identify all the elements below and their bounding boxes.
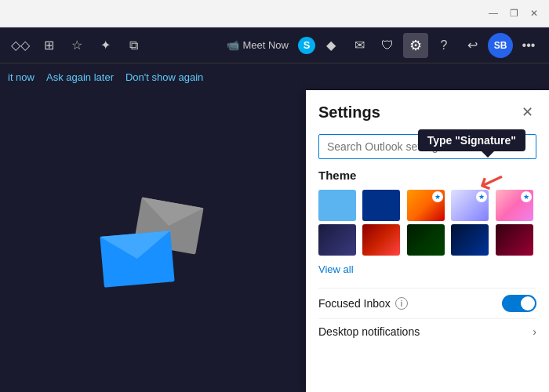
theme-grid: ★ ★ ★ xyxy=(318,190,536,256)
chevron-right-icon: › xyxy=(533,325,536,338)
settings-content[interactable]: Theme ★ ★ ★ View all xyxy=(306,169,549,392)
meet-now-button[interactable]: 📹 Meet Now xyxy=(220,36,295,54)
theme-swatch-blue[interactable] xyxy=(318,190,356,221)
settings-title: Settings xyxy=(318,103,380,122)
focused-inbox-info-icon[interactable]: i xyxy=(395,297,408,310)
email-area xyxy=(0,90,306,392)
tooltip-bubble: Type "Signature" xyxy=(418,129,525,151)
toolbar-icon-rings[interactable]: ◇◇ xyxy=(8,33,33,58)
user-avatar-button[interactable]: SB xyxy=(488,33,513,58)
notification-link-2[interactable]: Ask again later xyxy=(46,71,114,83)
notification-link-1[interactable]: it now xyxy=(8,71,35,83)
envelope-blue-icon xyxy=(100,230,174,288)
settings-panel: Type "Signature" ↙ Settings ✕ Theme ★ xyxy=(306,90,549,392)
outlook-toolbar: ◇◇ ⊞ ☆ ✦ ⧉ 📹 Meet Now S ◆ ✉ 🛡 ⚙ ? ↩ SB •… xyxy=(0,27,549,63)
star-badge-1: ★ xyxy=(432,191,443,202)
minimize-button[interactable]: — xyxy=(486,6,500,20)
mail-icons-decoration xyxy=(90,194,216,289)
maximize-button[interactable]: ❐ xyxy=(507,6,521,20)
toolbar-icon-copy[interactable]: ⧉ xyxy=(121,33,146,58)
focused-inbox-label-group: Focused Inbox i xyxy=(318,297,408,310)
help-icon[interactable]: ? xyxy=(431,33,456,58)
notification-bar: it now Ask again later Don't show again xyxy=(0,63,549,90)
gear-settings-button[interactable]: ⚙ xyxy=(403,33,428,58)
theme-swatch-darkblue[interactable] xyxy=(362,190,400,221)
notification-link-3[interactable]: Don't show again xyxy=(125,71,203,83)
video-icon: 📹 xyxy=(227,39,239,51)
skype-button[interactable]: S xyxy=(298,37,315,54)
outlook-icon[interactable]: ✉ xyxy=(347,33,372,58)
browser-chrome: — ❐ ✕ xyxy=(0,0,549,27)
more-options-icon[interactable]: ••• xyxy=(516,33,541,58)
diamond-icon[interactable]: ◆ xyxy=(318,33,344,58)
theme-swatch-gradient1[interactable]: ★ xyxy=(407,190,445,221)
view-all-link[interactable]: View all xyxy=(318,263,536,275)
settings-close-button[interactable]: ✕ xyxy=(518,103,536,122)
focused-inbox-row: Focused Inbox i xyxy=(318,288,536,318)
main-area: Type "Signature" ↙ Settings ✕ Theme ★ xyxy=(0,90,549,392)
close-window-button[interactable]: ✕ xyxy=(527,6,541,20)
toolbar-icon-grid[interactable]: ⊞ xyxy=(36,33,61,58)
desktop-notifications-row[interactable]: Desktop notifications › xyxy=(318,318,536,344)
toolbar-icon-star2[interactable]: ✦ xyxy=(93,33,118,58)
desktop-notifications-label: Desktop notifications xyxy=(318,325,420,338)
theme-swatch-circuit[interactable] xyxy=(407,224,445,256)
focused-inbox-toggle[interactable] xyxy=(502,295,536,312)
send-icon[interactable]: ↩ xyxy=(460,33,485,58)
theme-swatch-dark[interactable] xyxy=(318,224,356,256)
focused-inbox-label: Focused Inbox xyxy=(318,297,391,310)
settings-header: Settings ✕ xyxy=(306,90,549,128)
theme-swatch-red[interactable] xyxy=(362,224,400,256)
theme-swatch-pink[interactable] xyxy=(496,224,533,256)
shield-icon[interactable]: 🛡 xyxy=(375,33,400,58)
toolbar-icon-star[interactable]: ☆ xyxy=(64,33,89,58)
theme-swatch-blue2[interactable] xyxy=(451,224,489,256)
star-badge-3: ★ xyxy=(521,191,532,202)
meet-now-label: Meet Now xyxy=(242,39,289,51)
